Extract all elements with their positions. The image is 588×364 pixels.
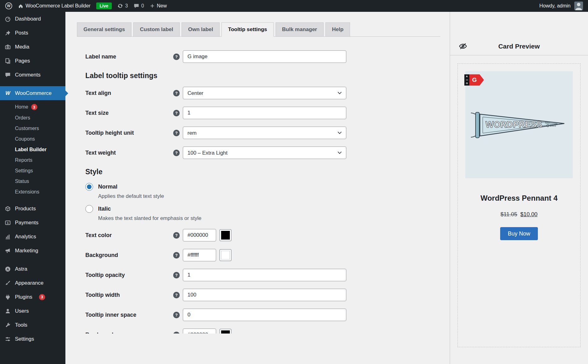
sidebar-item-label: WooCommerce [15, 90, 52, 96]
help-icon[interactable]: ? [173, 252, 180, 259]
style-italic-label: Italic [98, 206, 111, 212]
sidebar-item-label: Pages [15, 58, 30, 64]
sidebar-subitem-label-builder[interactable]: Label Builder [0, 144, 65, 155]
sidebar-item-media[interactable]: Media [0, 40, 65, 54]
style-normal-radio[interactable] [85, 183, 93, 191]
help-icon[interactable]: ? [173, 54, 180, 60]
product-title: WordPress Pennant 4 [481, 194, 558, 203]
style-radio-group: Normal Applies the default text style It… [85, 183, 437, 222]
text-size-input[interactable] [183, 107, 346, 119]
sidebar-subitem-reports[interactable]: Reports [0, 155, 65, 166]
sidebar-subitem-customers[interactable]: Customers [0, 123, 65, 134]
label-name-input[interactable] [183, 50, 346, 63]
help-icon[interactable]: ? [173, 232, 180, 239]
sidebar-item-payments[interactable]: $ Payments [0, 216, 65, 230]
tab-help[interactable]: Help [325, 22, 350, 37]
background-swatch[interactable] [220, 249, 231, 261]
background-input[interactable] [183, 249, 216, 261]
sidebar-item-settings[interactable]: Settings [0, 332, 65, 346]
sidebar-item-analytics[interactable]: Analytics [0, 230, 65, 244]
sidebar-item-users[interactable]: Users [0, 304, 65, 318]
tooltip-width-input[interactable] [183, 289, 346, 301]
help-icon[interactable]: ? [173, 332, 180, 334]
help-icon[interactable]: ? [173, 272, 180, 278]
tooltip-inner-space-input[interactable] [183, 309, 346, 321]
tooltip-opacity-label: Tooltip opacity [85, 272, 173, 278]
style-italic-radio[interactable] [85, 205, 93, 213]
sidebar-item-comments[interactable]: Comments [0, 68, 65, 82]
sale-price: $10.00 [520, 211, 538, 218]
subitem-label: Label Builder [15, 147, 46, 152]
products-icon [4, 205, 11, 212]
site-name-link[interactable]: WooCommerce Label Builder [18, 3, 91, 9]
wordpress-logo-icon[interactable]: W [5, 2, 12, 10]
tab-bulk-manager[interactable]: Bulk manager [276, 22, 324, 37]
updates-item[interactable]: 3 [117, 3, 128, 9]
sidebar-subitem-extensions[interactable]: Extensions [0, 187, 65, 197]
sidebar-item-woocommerce[interactable]: W WooCommerce [0, 86, 65, 100]
content-area: General settings Custom label Own label … [65, 12, 588, 364]
sidebar-item-astra[interactable]: Astra [0, 262, 65, 276]
tab-tooltip-settings[interactable]: Tooltip settings [221, 22, 273, 37]
border-color-input[interactable] [183, 329, 216, 334]
background-label: Background [85, 252, 173, 259]
sidebar-item-label: Tools [15, 322, 27, 328]
sidebar-item-products[interactable]: Products [0, 202, 65, 216]
text-color-row: Text color ? [85, 229, 437, 241]
eye-slash-icon[interactable] [459, 42, 467, 50]
text-size-row: Text size ? [85, 107, 437, 119]
sidebar-item-tools[interactable]: Tools [0, 318, 65, 332]
sidebar-subitem-coupons[interactable]: Coupons [0, 134, 65, 144]
new-item[interactable]: New [150, 3, 167, 9]
sidebar-item-marketing[interactable]: Marketing [0, 244, 65, 258]
help-icon[interactable]: ? [173, 130, 180, 136]
howdy-text[interactable]: Howdy, admin [539, 3, 571, 9]
help-icon[interactable]: ? [173, 110, 180, 116]
astra-icon [4, 266, 11, 273]
comments-icon [4, 72, 11, 78]
sidebar-subitem-settings[interactable]: Settings [0, 166, 65, 176]
tooltip-section-heading: Label tooltip settings [85, 72, 437, 80]
tooltip-height-unit-select[interactable]: rem [183, 127, 346, 139]
sidebar-item-plugins[interactable]: Plugins 3 [0, 290, 65, 304]
help-icon[interactable]: ? [173, 90, 180, 96]
energy-scale-strip: A G [464, 74, 469, 86]
text-align-select[interactable]: Center [183, 87, 346, 99]
tooltip-opacity-input[interactable] [183, 269, 346, 281]
tooltip-height-unit-select-wrap: rem [183, 127, 346, 139]
comments-bubble-icon [134, 3, 139, 9]
tools-icon [4, 322, 11, 329]
sidebar-item-posts[interactable]: Posts [0, 26, 65, 40]
tab-own-label[interactable]: Own label [182, 22, 220, 37]
text-color-swatch[interactable] [220, 229, 231, 241]
help-icon[interactable]: ? [173, 312, 180, 318]
avatar[interactable] [574, 2, 583, 10]
border-color-swatch[interactable] [220, 329, 231, 334]
energy-scale-bottom: G [466, 82, 468, 85]
sidebar-item-pages[interactable]: Pages [0, 54, 65, 68]
tab-general-settings[interactable]: General settings [77, 22, 131, 37]
price-row: $11.05 $10.00 [500, 211, 538, 218]
svg-text:EST: EST [545, 121, 551, 124]
sidebar-subitem-status[interactable]: Status [0, 176, 65, 187]
text-weight-select[interactable]: 100 – Extra Light [183, 147, 346, 159]
help-icon[interactable]: ? [173, 292, 180, 298]
style-section-heading: Style [85, 168, 437, 176]
sidebar-item-appearance[interactable]: Appearance [0, 276, 65, 290]
help-icon[interactable]: ? [173, 150, 180, 156]
sidebar-subitem-orders[interactable]: Orders [0, 113, 65, 123]
sidebar-subitem-home[interactable]: Home 3 [0, 101, 65, 113]
tab-custom-label[interactable]: Custom label [133, 22, 180, 37]
buy-now-button[interactable]: Buy Now [500, 227, 538, 240]
text-color-input[interactable] [183, 229, 216, 241]
sidebar-item-dashboard[interactable]: Dashboard [0, 12, 65, 26]
tooltip-inner-space-label: Tooltip inner space [85, 312, 173, 318]
comments-item[interactable]: 0 [134, 3, 144, 9]
users-icon [4, 308, 11, 315]
tooltip-height-unit-row: Tooltip height unit ? rem [85, 127, 437, 139]
border-color-row: Border color ? [85, 329, 437, 334]
svg-text:$: $ [7, 221, 9, 224]
live-badge[interactable]: Live [96, 2, 112, 9]
analytics-icon [4, 233, 11, 240]
tooltip-inner-space-row: Tooltip inner space ? [85, 309, 437, 321]
